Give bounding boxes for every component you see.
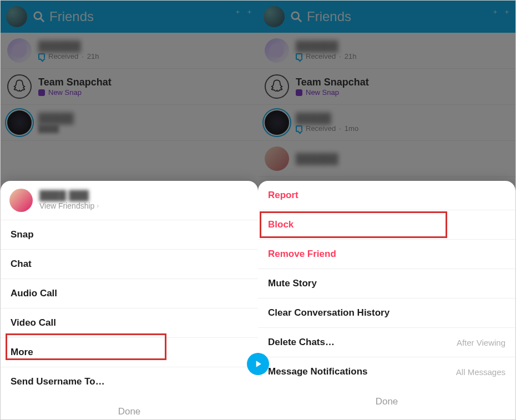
pane-right: Friends + + ██████ Received · [258, 1, 515, 419]
svg-line-4 [298, 18, 301, 22]
sheet-item-video-call[interactable]: Video Call [1, 308, 258, 338]
profile-avatar[interactable] [6, 6, 27, 27]
sheet-item-remove-friend[interactable]: Remove Friend [258, 240, 515, 269]
action-sheet: ████ ███ View Friendship › Snap Chat Aud… [1, 181, 258, 419]
friend-name: Team Snapchat [38, 77, 112, 88]
page-title: Friends [307, 9, 494, 24]
view-friendship-link[interactable]: View Friendship › [39, 201, 99, 210]
friend-avatar-story [265, 110, 289, 135]
add-friend-icon[interactable]: + [237, 13, 241, 21]
pane-left: Friends + + ██████ Received · [1, 1, 258, 419]
profile-avatar[interactable] [264, 6, 285, 27]
sheet-profile-row[interactable]: ████ ███ View Friendship › [1, 181, 258, 220]
friend-row[interactable]: █████ ████ [1, 105, 258, 141]
friend-row[interactable]: ██████ [258, 141, 515, 177]
friend-row[interactable]: █████ Received · 1mo [258, 105, 515, 141]
friend-name: █████ [296, 113, 358, 124]
sheet-item-more[interactable]: More [1, 338, 258, 367]
sheet-item-send-username[interactable]: Send Username To… [1, 367, 258, 396]
header: Friends + + [1, 1, 258, 33]
chevron-right-icon: › [97, 202, 99, 210]
notifications-value: All Messages [456, 367, 505, 377]
sheet-item-message-notifications[interactable]: Message Notifications All Messages [258, 357, 515, 386]
header: Friends + + [258, 1, 515, 33]
friend-row[interactable]: Team Snapchat New Snap [1, 69, 258, 105]
sheet-item-clear-history[interactable]: Clear Conversation History [258, 298, 515, 328]
received-chat-icon [296, 125, 302, 132]
friend-avatar [7, 38, 32, 63]
sheet-profile-name: ████ ███ [39, 190, 99, 201]
friend-avatar-ghost [7, 74, 32, 99]
sheet-item-mute-story[interactable]: Mute Story [258, 269, 515, 298]
friend-row[interactable]: Team Snapchat New Snap [258, 69, 515, 105]
friend-avatar [265, 38, 289, 63]
friend-time: 21h [345, 52, 357, 60]
friend-time: 1mo [345, 124, 358, 133]
svg-point-3 [292, 12, 299, 19]
friend-name: █████ [38, 113, 74, 124]
sheet-item-report[interactable]: Report [258, 181, 515, 210]
sheet-avatar [9, 189, 33, 212]
friend-status: Received [306, 124, 336, 133]
done-button[interactable]: Done [258, 386, 515, 417]
svg-point-0 [34, 12, 42, 19]
friend-avatar [265, 146, 289, 171]
delete-chats-value: After Viewing [457, 338, 505, 347]
sheet-item-delete-chats[interactable]: Delete Chats… After Viewing [258, 328, 515, 357]
new-snap-icon [38, 89, 45, 96]
sheet-item-chat[interactable]: Chat [1, 250, 258, 279]
search-icon[interactable] [33, 11, 45, 23]
action-sheet-more: Report Block Remove Friend Mute Story Cl… [258, 181, 515, 419]
friend-row[interactable]: ██████ Received · 21h [1, 33, 258, 69]
friend-avatar-story [7, 110, 32, 135]
page-title: Friends [49, 9, 237, 24]
svg-line-1 [41, 18, 44, 22]
friend-time: 21h [87, 52, 99, 60]
friend-name: ██████ [296, 153, 338, 165]
friend-name: ██████ [38, 41, 99, 52]
add-friend-icon[interactable]: + [494, 13, 498, 21]
sheet-item-block[interactable]: Block [258, 210, 515, 240]
sheet-item-audio-call[interactable]: Audio Call [1, 279, 258, 308]
friend-status: Received [306, 52, 336, 60]
new-chat-icon[interactable]: + [506, 13, 510, 21]
new-snap-icon [296, 89, 302, 96]
done-button[interactable]: Done [1, 396, 258, 419]
next-arrow-icon[interactable] [247, 353, 269, 375]
search-icon[interactable] [290, 11, 302, 23]
friend-name: Team Snapchat [296, 77, 369, 88]
friend-status: Received [48, 52, 78, 60]
friend-status: New Snap [48, 88, 82, 97]
friend-row[interactable]: ██████ Received · 21h [258, 33, 515, 69]
sheet-item-snap[interactable]: Snap [1, 220, 258, 250]
new-chat-icon[interactable]: + [249, 13, 252, 21]
received-chat-icon [38, 53, 45, 60]
received-chat-icon [296, 53, 302, 60]
friend-name: ██████ [296, 41, 357, 52]
friend-avatar-ghost [265, 74, 289, 99]
friend-status: New Snap [306, 88, 339, 97]
